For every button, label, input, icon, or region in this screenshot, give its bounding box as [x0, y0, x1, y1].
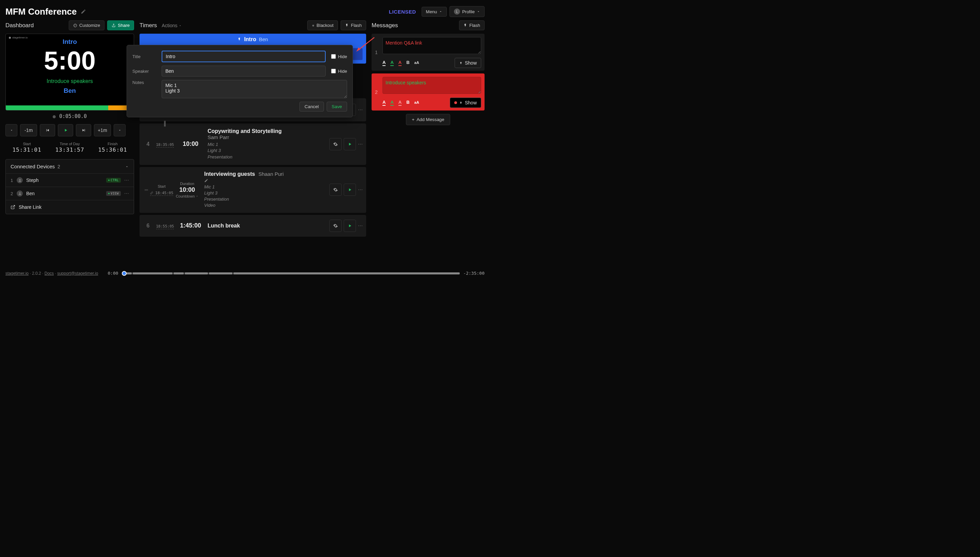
preview-message: Introduce speakers: [6, 78, 134, 84]
grip-icon[interactable]: ▌: [164, 121, 167, 126]
view-badge: VIEW: [106, 191, 121, 196]
plus-1m-button[interactable]: +1m: [94, 124, 111, 136]
subtime-display: ● 0:05:00.0: [5, 113, 134, 119]
edit-title-icon[interactable]: [81, 9, 86, 14]
customize-button[interactable]: Customize: [69, 20, 105, 30]
share-icon: [112, 23, 116, 28]
color-green-button[interactable]: A: [390, 99, 394, 106]
timer-row[interactable]: 6 18:55:05 1:45:00 Lunch break ⋯: [139, 215, 366, 237]
color-red-button[interactable]: A: [399, 99, 402, 106]
room-title: MFM Conference: [5, 7, 77, 17]
link-time[interactable]: 18:55:05: [156, 224, 174, 229]
start-label: Start: [5, 142, 48, 146]
timer-menu-icon[interactable]: ⋯: [358, 187, 363, 192]
docs-link[interactable]: Docs: [44, 271, 54, 276]
profile-button[interactable]: L Profile: [449, 6, 485, 17]
timer-play-button[interactable]: [344, 184, 356, 196]
plus-icon: +: [412, 117, 415, 122]
link-time[interactable]: 18:45:05: [150, 191, 173, 196]
chevron-down-icon: [477, 10, 480, 13]
progress-bar: [6, 106, 134, 110]
timeline-thumb[interactable]: [122, 271, 127, 276]
svg-point-0: [74, 24, 77, 27]
message-card: 1 A A A B aA Show: [372, 34, 485, 71]
menu-button[interactable]: Menu: [421, 7, 447, 17]
hide-speaker-checkbox[interactable]: Hide: [331, 69, 347, 74]
svg-point-2: [75, 24, 76, 25]
pencil-icon[interactable]: [204, 179, 208, 182]
message-textarea[interactable]: [382, 37, 481, 54]
flash-icon: [464, 23, 467, 27]
external-link-icon: [11, 205, 15, 210]
preview-speaker: Ben: [6, 87, 134, 94]
timer-settings-button[interactable]: [329, 138, 341, 150]
timer-play-button[interactable]: [344, 138, 356, 150]
hide-title-checkbox[interactable]: Hide: [331, 54, 347, 59]
minus-1m-button[interactable]: -1m: [20, 124, 37, 136]
start-time: 15:31:01: [5, 147, 48, 153]
bold-button[interactable]: B: [406, 99, 409, 106]
show-message-button[interactable]: Show: [455, 58, 481, 68]
blackout-button[interactable]: ● Blackout: [307, 20, 338, 30]
share-link-button[interactable]: Share Link: [6, 200, 134, 214]
message-card-active: 2 A A A B aA Show: [372, 73, 485, 111]
plus-caret-button[interactable]: [114, 124, 126, 136]
countdown-dropdown[interactable]: Countdown: [173, 194, 201, 198]
timer-play-button[interactable]: [344, 220, 356, 232]
timeline-track[interactable]: [122, 272, 460, 274]
dashboard-title: Dashboard: [5, 22, 34, 29]
speaker-input[interactable]: [162, 66, 326, 77]
devices-toggle[interactable]: Connected Devices 2: [6, 160, 134, 173]
timer-row[interactable]: ═ Start 18:45:05 Duration 10:00 Countdow…: [139, 167, 366, 213]
show-message-button[interactable]: Show: [450, 98, 481, 108]
actions-dropdown[interactable]: Actions: [162, 23, 182, 28]
timer-row[interactable]: ▌ 4 18:35:05 10:00 Copywriting and Story…: [139, 124, 366, 165]
share-button[interactable]: Share: [107, 20, 134, 30]
size-button[interactable]: aA: [415, 100, 419, 106]
drag-handle-icon[interactable]: ═: [143, 187, 150, 192]
device-menu-icon[interactable]: ⋯: [124, 191, 129, 196]
app-header: MFM Conference LICENSED Menu L Profile: [0, 0, 490, 20]
play-icon: [348, 187, 352, 192]
version-text: 2.0.2: [32, 271, 41, 276]
timer-menu-icon[interactable]: ⋯: [358, 223, 363, 228]
notes-textarea[interactable]: [162, 80, 347, 98]
next-button[interactable]: [76, 124, 91, 136]
title-input[interactable]: [162, 50, 326, 62]
play-button[interactable]: [58, 124, 73, 136]
user-icon: [17, 177, 23, 183]
flash-icon: [345, 23, 349, 27]
brand-link[interactable]: stagetimer.io: [5, 271, 29, 276]
timer-menu-icon[interactable]: ⋯: [358, 107, 363, 112]
color-red-button[interactable]: A: [399, 60, 402, 66]
size-button[interactable]: aA: [415, 60, 419, 66]
timer-settings-button[interactable]: [329, 184, 341, 196]
tod-time: 13:31:57: [48, 147, 91, 153]
save-button[interactable]: Save: [327, 102, 347, 112]
minus-caret-button[interactable]: [5, 124, 17, 136]
finish-time: 15:36:01: [91, 147, 134, 153]
user-icon: [17, 191, 23, 197]
recording-dot-icon: [454, 101, 457, 104]
timer-menu-icon[interactable]: ⋯: [358, 142, 363, 147]
color-white-button[interactable]: A: [382, 99, 385, 106]
cancel-button[interactable]: Cancel: [299, 102, 324, 112]
messages-flash-button[interactable]: Flash: [459, 20, 485, 30]
skip-forward-icon: [81, 128, 86, 133]
palette-icon: [73, 23, 77, 28]
device-menu-icon[interactable]: ⋯: [124, 178, 129, 183]
support-link[interactable]: support@stagetimer.io: [57, 271, 98, 276]
color-green-button[interactable]: A: [390, 60, 394, 66]
bold-button[interactable]: B: [406, 60, 409, 66]
svg-point-6: [19, 192, 20, 194]
message-textarea[interactable]: [382, 77, 481, 94]
link-time[interactable]: 18:35:05: [156, 142, 174, 148]
add-message-button[interactable]: + Add Message: [406, 114, 450, 125]
timer-settings-button[interactable]: [329, 220, 341, 232]
prev-button[interactable]: [40, 124, 55, 136]
timer-preview: stagetimer.io Intro 5:00 Introduce speak…: [5, 34, 134, 111]
flash-button[interactable]: Flash: [341, 20, 366, 30]
color-white-button[interactable]: A: [382, 60, 385, 66]
chevron-up-icon: [125, 164, 129, 169]
messages-title: Messages: [372, 22, 398, 29]
